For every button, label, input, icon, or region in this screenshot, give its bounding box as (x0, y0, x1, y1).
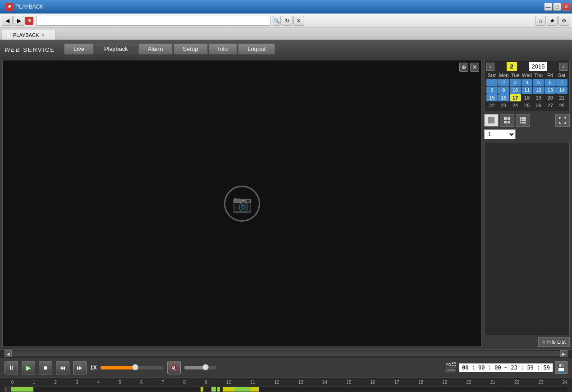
tab-close-button[interactable]: × (41, 32, 44, 37)
cal-day-13[interactable]: 13 (545, 87, 556, 94)
speed-label: 1X (90, 365, 97, 371)
stop-nav-button[interactable]: ✕ (293, 16, 304, 26)
site-icon: IE (25, 17, 33, 25)
address-bar[interactable] (36, 16, 271, 26)
pause-button[interactable]: ⏸ (5, 361, 18, 374)
fullscreen-view-button[interactable] (555, 114, 570, 127)
cal-day-16[interactable]: 16 (498, 94, 509, 101)
back-button[interactable]: ◀ (2, 16, 13, 26)
scroll-right-button[interactable]: ▶ (560, 350, 567, 357)
progress-thumb[interactable] (132, 364, 138, 370)
refresh-button[interactable]: ↻ (282, 16, 293, 26)
close-button[interactable]: ✕ (562, 3, 570, 11)
prev-button[interactable]: ⏮ (56, 361, 69, 374)
calendar-header: ‹ 2 2015 › (486, 62, 567, 71)
timeline-area: 0 1 2 3 4 5 6 7 8 9 10 11 12 13 14 15 16 (0, 378, 572, 392)
playback-bar: ⏸ ▶ ■ ⏮ ⏭ 1X 🔇 🎬 00 : 00 : 00 ~ 23 : 59 … (0, 358, 572, 378)
file-list-area (484, 142, 570, 335)
tab-label: PLAYBACK (13, 32, 39, 38)
nine-view-button[interactable] (516, 114, 530, 127)
cal-day-24[interactable]: 24 (510, 102, 521, 109)
calendar-prev-button[interactable]: ‹ (486, 63, 494, 71)
progress-slider[interactable] (101, 366, 164, 369)
svg-rect-11 (520, 122, 522, 123)
settings-gear-icon[interactable]: ⚙ (558, 16, 569, 26)
cal-day-12[interactable]: 12 (533, 87, 544, 94)
scroll-track[interactable] (12, 351, 560, 356)
play-button[interactable]: ▶ (22, 361, 35, 374)
timeline-ruler: 0 1 2 3 4 5 6 7 8 9 10 11 12 13 14 15 16 (5, 378, 567, 386)
cal-day-17[interactable]: 17 (510, 94, 521, 101)
title-bar: IE PLAYBACK — □ ✕ (0, 0, 572, 14)
calendar: ‹ 2 2015 › Sun Mon Tue Wed Thu Fri Sat 1 (484, 60, 570, 111)
track-label: 1 (5, 387, 11, 392)
cal-day-21[interactable]: 21 (556, 94, 567, 101)
cal-day-9[interactable]: 9 (498, 87, 509, 94)
calendar-next-button[interactable]: › (559, 63, 567, 71)
mute-button[interactable]: 🔇 (167, 361, 181, 374)
save-button[interactable]: 💾 (555, 361, 567, 374)
app-container: WEB SERVICE Live Playback Alarm Setup In… (0, 40, 572, 392)
track-segment-2 (201, 387, 203, 392)
home-button[interactable]: ⌂ (535, 16, 546, 26)
tab-setup[interactable]: Setup (174, 43, 208, 55)
cal-day-20[interactable]: 20 (545, 94, 556, 101)
zoom-in-button[interactable]: ⊕ (459, 63, 468, 72)
volume-slider[interactable] (184, 366, 216, 369)
single-view-button[interactable] (484, 114, 499, 127)
file-list-button[interactable]: ≡ File List (538, 337, 570, 347)
cal-day-2[interactable]: 2 (498, 79, 509, 86)
cal-day-18[interactable]: 18 (522, 94, 533, 101)
search-icon[interactable]: 🔍 (273, 16, 281, 26)
cal-day-1[interactable]: 1 (486, 79, 498, 86)
channel-select[interactable]: 1 2 3 4 (484, 129, 516, 139)
calendar-days-header: Sun Mon Tue Wed Thu Fri Sat (486, 73, 567, 78)
tab-live[interactable]: Live (64, 43, 94, 55)
cal-day-5[interactable]: 5 (533, 79, 544, 86)
cal-day-22[interactable]: 22 (486, 102, 498, 109)
cal-day-3[interactable]: 3 (510, 79, 521, 86)
cal-day-8[interactable]: 8 (486, 87, 498, 94)
close-video-button[interactable]: ✕ (470, 63, 479, 72)
cal-day-28[interactable]: 28 (556, 102, 567, 109)
browser-tab-playback[interactable]: 📄 PLAYBACK × (2, 30, 56, 40)
track-segment-4 (217, 387, 220, 392)
next-button[interactable]: ⏭ (73, 361, 87, 374)
cal-day-15[interactable]: 15 (486, 94, 498, 101)
svg-rect-3 (504, 121, 507, 123)
cal-day-10[interactable]: 10 (510, 87, 521, 94)
scroll-left-button[interactable]: ◀ (5, 350, 12, 357)
cal-day-7[interactable]: 7 (556, 79, 567, 86)
volume-thumb[interactable] (202, 364, 209, 370)
svg-rect-7 (524, 117, 526, 119)
cal-day-25[interactable]: 25 (522, 102, 533, 109)
track-content[interactable] (11, 387, 567, 392)
cal-day-14[interactable]: 14 (556, 87, 567, 94)
stop-button[interactable]: ■ (39, 361, 52, 374)
maximize-button[interactable]: □ (553, 3, 561, 11)
tab-alarm[interactable]: Alarm (138, 43, 173, 55)
cal-day-23[interactable]: 23 (498, 102, 509, 109)
quad-view-button[interactable] (500, 114, 514, 127)
timeline-track[interactable]: 1 (5, 386, 567, 392)
svg-rect-4 (508, 121, 510, 123)
forward-button[interactable]: ▶ (14, 16, 24, 26)
tab-logout[interactable]: Logout (238, 43, 275, 55)
minimize-button[interactable]: — (544, 3, 552, 11)
cal-day-26[interactable]: 26 (533, 102, 544, 109)
cal-day-11[interactable]: 11 (522, 87, 533, 94)
cal-day-6[interactable]: 6 (545, 79, 556, 86)
browser-icon: IE (5, 3, 14, 11)
timeline-numbers: 0 1 2 3 4 5 6 7 8 9 10 11 12 13 14 15 16 (11, 380, 567, 385)
favorites-button[interactable]: ★ (547, 16, 558, 26)
svg-rect-1 (504, 117, 507, 120)
cal-day-19[interactable]: 19 (533, 94, 544, 101)
main-content: ⊕ ✕ 📷 ‹ 2 2015 › Sun Mon Tue (0, 58, 572, 349)
cal-day-27[interactable]: 27 (545, 102, 556, 109)
app-logo: WEB SERVICE (5, 44, 55, 54)
tab-info[interactable]: Info (209, 43, 238, 55)
svg-rect-5 (520, 117, 522, 119)
svg-rect-0 (488, 117, 494, 123)
cal-day-4[interactable]: 4 (522, 79, 533, 86)
tab-playback[interactable]: Playback (95, 43, 137, 55)
